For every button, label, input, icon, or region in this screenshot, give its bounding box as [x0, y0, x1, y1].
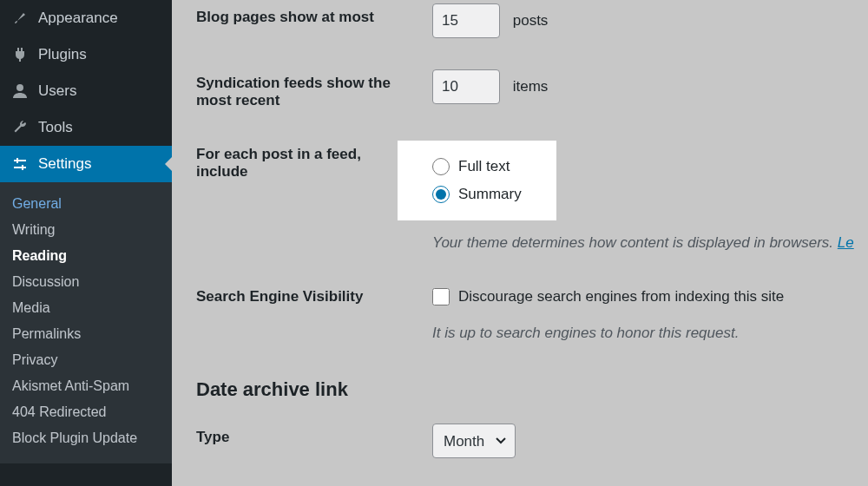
suffix-items: items: [513, 78, 549, 95]
user-icon: [10, 82, 30, 101]
suffix-posts: posts: [513, 12, 549, 29]
nav-settings[interactable]: Settings: [0, 146, 172, 182]
sliders-icon: [10, 154, 30, 174]
heading-date-archive: Date archive link: [196, 358, 868, 408]
search-visibility-description: It is up to search engines to honor this…: [432, 325, 868, 342]
settings-submenu: General Writing Reading Discussion Media…: [0, 182, 172, 463]
submenu-media[interactable]: Media: [0, 295, 172, 321]
label-search-visibility: Search Engine Visibility: [196, 283, 432, 305]
label-syndication: Syndication feeds show the most recent: [196, 69, 432, 109]
submenu-general[interactable]: General: [0, 191, 172, 217]
feed-include-radio-group: Full text Summary: [398, 141, 556, 220]
label-archive-type: Type: [196, 424, 432, 446]
radio-full-text-row[interactable]: Full text: [432, 153, 522, 181]
submenu-writing[interactable]: Writing: [0, 217, 172, 243]
feed-include-description: Your theme determines how content is dis…: [432, 234, 868, 252]
label-blog-pages: Blog pages show at most: [196, 3, 432, 26]
nav-label: Settings: [38, 155, 91, 173]
radio-full-text-label: Full text: [458, 158, 510, 175]
nav-label: Plugins: [38, 46, 87, 63]
nav-label: Appearance: [38, 10, 118, 27]
checkbox-discourage[interactable]: [432, 288, 450, 305]
row-blog-pages: Blog pages show at most posts: [196, 0, 868, 54]
submenu-discussion[interactable]: Discussion: [0, 269, 172, 295]
checkbox-discourage-label: Discourage search engines from indexing …: [458, 288, 784, 305]
wrench-icon: [10, 118, 30, 137]
submenu-privacy[interactable]: Privacy: [0, 347, 172, 373]
settings-reading-panel: Blog pages show at most posts Syndicatio…: [172, 0, 868, 486]
nav-appearance[interactable]: Appearance: [0, 0, 172, 36]
nav-users[interactable]: Users: [0, 73, 172, 109]
checkbox-discourage-row[interactable]: Discourage search engines from indexing …: [432, 283, 868, 311]
nav-label: Users: [38, 82, 76, 100]
radio-summary-label: Summary: [458, 186, 522, 203]
nav-plugins[interactable]: Plugins: [0, 36, 172, 73]
brush-icon: [10, 9, 30, 28]
row-syndication: Syndication feeds show the most recent i…: [196, 54, 868, 125]
radio-summary-row[interactable]: Summary: [432, 181, 522, 208]
row-search-visibility: Search Engine Visibility Discourage sear…: [196, 267, 868, 358]
svg-point-0: [16, 84, 23, 91]
submenu-block-plugin-update[interactable]: Block Plugin Update: [0, 425, 172, 451]
row-feed-include: For each post in a feed, include Full te…: [196, 125, 868, 267]
row-archive-type: Type Month: [196, 408, 868, 474]
nav-label: Tools: [38, 119, 73, 136]
submenu-reading[interactable]: Reading: [0, 243, 172, 269]
plug-icon: [10, 45, 30, 64]
submenu-404-redirected[interactable]: 404 Redirected: [0, 399, 172, 425]
radio-full-text[interactable]: [432, 158, 450, 175]
nav-tools[interactable]: Tools: [0, 109, 172, 146]
admin-sidebar: Appearance Plugins Users Tools Settings: [0, 0, 172, 486]
select-archive-type[interactable]: Month: [432, 424, 516, 458]
submenu-akismet[interactable]: Akismet Anti-Spam: [0, 373, 172, 399]
submenu-permalinks[interactable]: Permalinks: [0, 321, 172, 347]
input-syndication[interactable]: [432, 69, 500, 104]
radio-summary[interactable]: [432, 186, 450, 203]
input-blog-pages[interactable]: [432, 3, 500, 38]
feed-description-link[interactable]: Le: [838, 234, 854, 251]
